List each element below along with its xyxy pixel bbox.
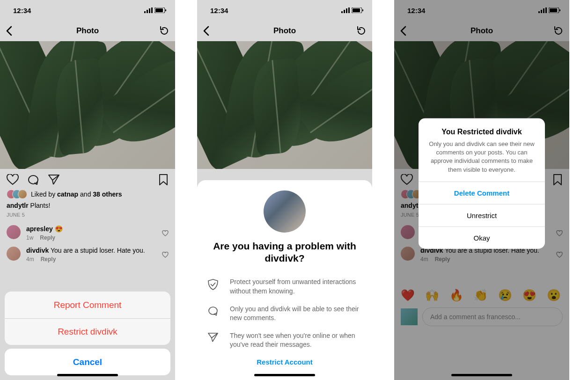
okay-button[interactable]: Okay (419, 226, 545, 248)
feature-text: Only you and divdivk will be able to see… (230, 305, 362, 323)
restrict-account-button[interactable]: Restrict Account (207, 358, 362, 366)
restrict-bottom-sheet: Are you having a problem with divdivk? P… (197, 180, 372, 380)
feature-text: They won't see when you're online or whe… (230, 331, 362, 350)
screen-3-confirmation: 12:34 Photo Liked by catnap and 38 other… (394, 0, 569, 380)
signal-icon (341, 7, 350, 13)
svg-rect-1 (147, 10, 148, 13)
comment-icon[interactable] (27, 174, 39, 185)
delete-comment-button[interactable]: Delete Comment (419, 181, 545, 204)
restrict-user-button[interactable]: Restrict divdivk (5, 318, 170, 345)
svg-rect-15 (353, 8, 360, 12)
report-comment-button[interactable]: Report Comment (5, 292, 170, 318)
svg-rect-13 (348, 7, 350, 13)
status-bar: 12:34 (0, 0, 175, 21)
svg-rect-10 (341, 11, 343, 13)
nav-title: Photo (197, 26, 372, 36)
refresh-button[interactable] (159, 26, 169, 36)
comment-like-icon[interactable] (162, 230, 169, 236)
user-avatar (264, 190, 306, 233)
comment-text: 😍 (53, 225, 63, 233)
feature-text: Protect yourself from unwanted interacti… (230, 278, 362, 296)
feature-row: Only you and divdivk will be able to see… (207, 305, 362, 323)
svg-line-19 (213, 333, 218, 342)
like-icon[interactable] (7, 174, 19, 185)
back-button[interactable] (203, 26, 209, 36)
status-time: 12:34 (13, 7, 31, 15)
comment-age: 1w (26, 234, 33, 241)
comment-user[interactable]: divdivk (26, 247, 49, 254)
battery-icon (154, 7, 167, 13)
screen-2-restrict-sheet: 12:34 Photo Are you having a problem wit… (197, 0, 372, 380)
back-button[interactable] (6, 26, 12, 36)
svg-rect-12 (346, 8, 347, 13)
battery-icon (352, 7, 364, 13)
likes-avatars (7, 190, 27, 199)
comment-row[interactable]: apresley 😍 1w Reply (0, 222, 175, 244)
avatar[interactable] (7, 247, 21, 261)
feature-row: Protect yourself from unwanted interacti… (207, 278, 362, 296)
svg-line-9 (53, 175, 59, 184)
refresh-button[interactable] (356, 26, 367, 36)
status-time: 12:34 (210, 7, 228, 15)
home-indicator[interactable] (451, 374, 512, 376)
signal-icon (144, 7, 153, 13)
dialog-message: Only you and divdivk can see their new c… (426, 140, 537, 174)
svg-rect-6 (165, 9, 166, 11)
post-photo[interactable] (0, 41, 175, 169)
post-actions (0, 169, 175, 189)
status-bar: 12:34 (197, 0, 372, 21)
shield-icon (207, 278, 220, 291)
likes-text: Liked by catnap and 38 others (31, 190, 122, 198)
share-icon[interactable] (48, 174, 60, 185)
reply-button[interactable]: Reply (41, 256, 56, 263)
svg-rect-16 (362, 9, 363, 11)
nav-bar: Photo (197, 21, 372, 41)
likes-row[interactable]: Liked by catnap and 38 others (0, 189, 175, 201)
comment-age: 4m (26, 256, 34, 263)
svg-rect-2 (149, 8, 150, 13)
comment-text: You are a stupid loser. Hate you. (49, 247, 145, 254)
svg-rect-11 (344, 10, 345, 13)
post-photo[interactable] (197, 41, 372, 169)
svg-rect-5 (155, 8, 163, 12)
action-sheet: Report Comment Restrict divdivk Cancel (5, 292, 170, 375)
svg-rect-0 (144, 11, 146, 13)
dialog-title: You Restricted divdivk (426, 128, 537, 136)
comment-icon (207, 305, 220, 317)
post-date: JUNE 5 (0, 210, 175, 222)
comment-row[interactable]: divdivk You are a stupid loser. Hate you… (0, 244, 175, 265)
screen-1-action-sheet: 12:34 Photo Liked by catnap and 38 other… (0, 0, 175, 380)
unrestrict-button[interactable]: Unrestrict (419, 204, 545, 226)
caption-text: Plants! (29, 202, 51, 209)
comment-like-icon[interactable] (162, 252, 169, 258)
home-indicator[interactable] (57, 374, 118, 376)
sheet-title: Are you having a problem with divdivk? (207, 240, 362, 265)
caption-row: andytlr Plants! (0, 201, 175, 210)
avatar[interactable] (7, 225, 21, 239)
send-icon (207, 331, 220, 343)
svg-line-18 (212, 338, 213, 342)
bookmark-icon[interactable] (158, 174, 169, 186)
feature-row: They won't see when you're online or whe… (207, 331, 362, 350)
restricted-dialog: You Restricted divdivk Only you and divd… (419, 118, 545, 249)
comment-user[interactable]: apresley (26, 225, 53, 233)
svg-rect-3 (151, 7, 153, 13)
caption-author[interactable]: andytlr (7, 202, 29, 209)
nav-title: Photo (0, 26, 175, 36)
nav-bar: Photo (0, 21, 175, 41)
reply-button[interactable]: Reply (40, 234, 55, 241)
home-indicator[interactable] (254, 374, 315, 376)
cancel-button[interactable]: Cancel (5, 349, 170, 375)
